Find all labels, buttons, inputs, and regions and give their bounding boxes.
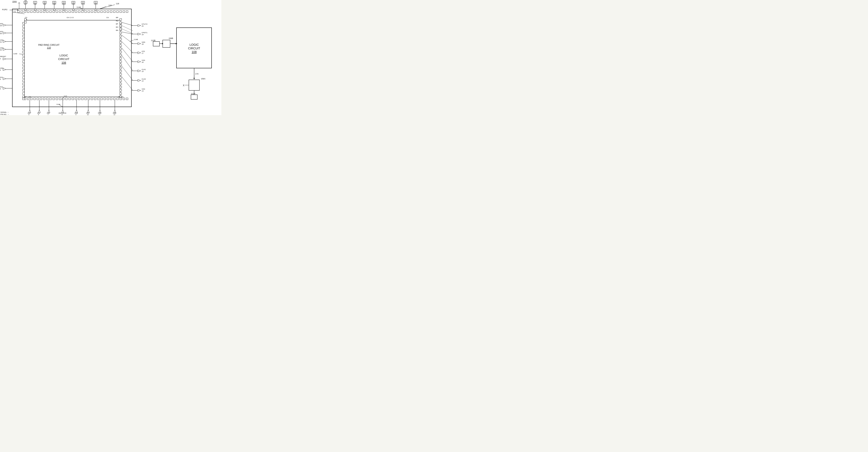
svg-rect-24 <box>82 9 84 11</box>
svg-text:28: 28 <box>25 1 27 3</box>
svg-rect-151 <box>43 98 45 100</box>
svg-rect-128 <box>120 45 122 47</box>
svg-text:VDD: VDD <box>0 47 4 49</box>
svg-text:VDD: VDD <box>53 3 56 5</box>
svg-text:VSS: VSS <box>142 59 145 61</box>
svg-rect-252 <box>120 28 122 30</box>
svg-rect-175 <box>120 98 122 100</box>
svg-rect-114 <box>23 77 25 79</box>
svg-text:PIN NO. →: PIN NO. → <box>0 113 9 115</box>
right-logic-label2: CIRCUIT <box>188 47 200 50</box>
svg-rect-248 <box>120 22 122 24</box>
svg-rect-146 <box>27 98 29 100</box>
svg-rect-246 <box>120 19 122 21</box>
svg-rect-143 <box>120 92 122 94</box>
svg-rect-113 <box>23 74 25 75</box>
svg-rect-162 <box>78 98 80 100</box>
svg-rect-109 <box>23 61 25 62</box>
svg-text:/RESET: /RESET <box>0 56 6 57</box>
svg-rect-69 <box>59 11 61 12</box>
svg-text:6: 6 <box>38 114 39 115</box>
svg-rect-64 <box>43 11 45 12</box>
svg-text:VSS: VSS <box>142 88 145 90</box>
svg-rect-140 <box>120 83 122 85</box>
svg-rect-71 <box>65 11 67 12</box>
svg-rect-27 <box>95 9 97 11</box>
svg-rect-166 <box>91 98 93 100</box>
svg-rect-81 <box>97 11 99 12</box>
svg-rect-110 <box>23 64 25 66</box>
svg-rect-112 <box>23 70 25 72</box>
svg-rect-155 <box>56 98 58 100</box>
svg-text:10: 10 <box>87 114 89 115</box>
right-logic-label3: 108 <box>192 50 197 54</box>
svg-marker-195 <box>3 58 6 60</box>
diagram-container: LOGIC CIRCUIT 108 PAD RING CIRCUIT 110 2… <box>0 0 221 115</box>
svg-marker-183 <box>3 32 6 34</box>
svg-rect-101 <box>23 35 25 37</box>
svg-text:X: X <box>183 84 185 87</box>
svg-text:BN: BN <box>116 29 118 31</box>
svg-text:BO: BO <box>116 26 119 28</box>
svg-rect-87 <box>117 11 119 12</box>
svg-rect-159 <box>69 98 71 100</box>
svg-text:22: 22 <box>82 1 84 3</box>
svg-rect-330 <box>191 95 197 100</box>
svg-rect-172 <box>110 98 112 100</box>
svg-text:BQ: BQ <box>116 20 119 22</box>
svg-text:20: 20 <box>142 25 144 27</box>
svg-rect-89 <box>123 11 125 12</box>
svg-text:IO3: IO3 <box>0 86 3 88</box>
svg-text:32: 32 <box>0 49 2 51</box>
svg-text:30: 30 <box>0 33 2 34</box>
svg-marker-237 <box>138 79 141 82</box>
svg-rect-102 <box>23 38 25 40</box>
svg-rect-127 <box>120 41 122 44</box>
svg-rect-118 <box>23 89 25 91</box>
svg-marker-241 <box>138 89 141 91</box>
svg-rect-134 <box>120 64 122 66</box>
svg-rect-61 <box>34 11 35 12</box>
svg-text:CP0/T1: CP0/T1 <box>142 32 148 34</box>
svg-rect-104 <box>23 45 25 47</box>
svg-rect-154 <box>53 98 55 100</box>
svg-text:14: 14 <box>142 80 144 82</box>
svg-rect-137 <box>120 74 122 75</box>
svg-marker-207 <box>3 87 6 89</box>
svg-marker-187 <box>3 40 6 43</box>
svg-text:BP: BP <box>116 23 118 25</box>
svg-rect-63 <box>40 11 42 12</box>
svg-text:114B: 114B <box>134 38 138 40</box>
pad-ring-label: PAD RING CIRCUIT <box>38 44 60 46</box>
svg-rect-18 <box>63 9 65 11</box>
svg-line-46 <box>99 5 115 9</box>
svg-rect-90 <box>126 11 128 12</box>
svg-text:SIGNAL →: SIGNAL → <box>0 111 9 113</box>
svg-text:CP3: CP3 <box>94 3 97 5</box>
svg-rect-161 <box>75 98 77 100</box>
svg-rect-250 <box>120 25 122 27</box>
svg-rect-82 <box>100 11 102 12</box>
svg-marker-213 <box>138 25 141 27</box>
svg-rect-133 <box>120 61 122 62</box>
svg-text:CLK1: CLK1 <box>142 68 146 70</box>
svg-rect-21 <box>73 9 74 11</box>
svg-rect-115 <box>23 80 25 82</box>
svg-rect-106 <box>23 51 25 53</box>
svg-rect-142 <box>120 89 122 91</box>
svg-text:DR: DR <box>24 96 27 98</box>
svg-text:IO6: IO6 <box>0 23 3 25</box>
svg-text:114D: 114D <box>13 53 17 55</box>
inner-logic-label3: 108 <box>61 61 66 64</box>
svg-text:9: 9 <box>75 114 76 115</box>
svg-text:19: 19 <box>142 34 144 35</box>
svg-rect-177 <box>126 98 128 100</box>
svg-rect-80 <box>94 11 96 12</box>
svg-rect-99 <box>23 29 25 31</box>
svg-rect-77 <box>85 11 87 12</box>
svg-rect-130 <box>120 51 122 53</box>
svg-text:VDD: VDD <box>142 41 145 43</box>
svg-rect-138 <box>120 77 122 79</box>
svg-rect-59 <box>27 11 29 12</box>
svg-rect-148 <box>34 98 35 100</box>
